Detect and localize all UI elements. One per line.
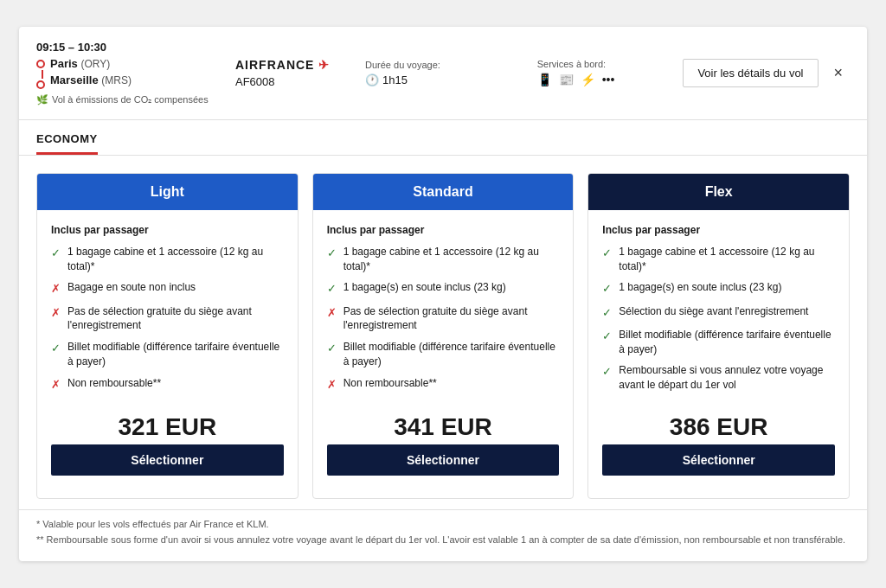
tariff-grid: LightInclus par passager✓1 bagage cabine… <box>36 173 850 499</box>
feature-text-flex-0: 1 bagage cabine et 1 accessoire (12 kg a… <box>619 245 835 274</box>
leaf-icon: 🌿 <box>36 94 48 105</box>
airline-section: AIRFRANCE ✈ AF6008 <box>209 58 348 88</box>
airline-logo: AIRFRANCE ✈ <box>235 58 330 72</box>
destination-route: Marseille (MRS) <box>50 74 132 86</box>
feature-list-flex: ✓1 bagage cabine et 1 accessoire (12 kg … <box>602 245 835 399</box>
meal-icon: 📰 <box>559 73 574 86</box>
select-button-flex[interactable]: Sélectionner <box>602 444 835 476</box>
price-section-standard: 341 EURSélectionner <box>327 399 560 484</box>
flight-number: AF6008 <box>235 75 275 88</box>
feature-text-light-1: Bagage en soute non inclus <box>67 280 196 295</box>
feature-text-flex-4: Remboursable si vous annulez votre voyag… <box>619 363 835 393</box>
feature-item-standard-3: ✓Billet modifiable (différence tarifaire… <box>327 340 560 369</box>
feature-check-icon: ✓ <box>327 281 337 297</box>
feature-check-icon: ✓ <box>602 329 612 344</box>
main-card: 09:15 – 10:30 Paris (ORY) Marseille (MRS… <box>19 27 867 561</box>
footnote-1: * Valable pour les vols effectués par Ai… <box>36 517 850 533</box>
feature-check-icon: ✓ <box>327 341 337 356</box>
destination-code: (MRS) <box>101 74 132 86</box>
feature-item-flex-4: ✓Remboursable si vous annulez votre voya… <box>602 363 835 393</box>
feature-item-light-3: ✓Billet modifiable (différence tarifaire… <box>51 340 284 369</box>
feature-text-light-2: Pas de sélection gratuite du siège avant… <box>67 304 284 334</box>
feature-text-light-4: Non remboursable** <box>67 376 161 391</box>
destination-city: Marseille <box>50 74 99 86</box>
tariff-body-flex: Inclus par passager✓1 bagage cabine et 1… <box>588 210 849 498</box>
feature-cross-icon: ✗ <box>51 281 61 297</box>
origin-code: (ORY) <box>80 58 110 70</box>
price-light: 321 EUR <box>51 413 284 441</box>
price-flex: 386 EUR <box>602 413 835 441</box>
origin-dot <box>36 60 45 68</box>
select-button-standard[interactable]: Sélectionner <box>327 444 560 476</box>
details-button[interactable]: Voir les détails du vol <box>683 59 818 87</box>
header-actions: Voir les détails du vol × <box>683 59 850 87</box>
services-section: Services à bord: 📱 📰 ⚡ ••• <box>511 59 684 86</box>
usb-icon: ⚡ <box>581 73 595 86</box>
airline-symbol: ✈ <box>318 58 330 72</box>
price-standard: 341 EUR <box>327 413 560 441</box>
services-label: Services à bord: <box>537 59 606 69</box>
tariff-card-flex: FlexInclus par passager✓1 bagage cabine … <box>587 173 850 499</box>
feature-cross-icon: ✗ <box>327 305 337 321</box>
feature-cross-icon: ✗ <box>51 377 61 393</box>
feature-list-standard: ✓1 bagage cabine et 1 accessoire (12 kg … <box>327 245 560 399</box>
duration-text: 1h15 <box>382 74 408 86</box>
feature-text-flex-1: 1 bagage(s) en soute inclus (23 kg) <box>619 280 781 295</box>
feature-item-flex-1: ✓1 bagage(s) en soute inclus (23 kg) <box>602 280 835 297</box>
feature-check-icon: ✓ <box>602 281 612 297</box>
feature-item-standard-2: ✗Pas de sélection gratuite du siège avan… <box>327 304 560 334</box>
feature-item-flex-3: ✓Billet modifiable (différence tarifaire… <box>602 328 835 357</box>
feature-text-standard-1: 1 bagage(s) en soute inclus (23 kg) <box>343 280 506 295</box>
tariff-section: LightInclus par passager✓1 bagage cabine… <box>19 156 867 509</box>
feature-item-light-4: ✗Non remboursable** <box>51 376 284 393</box>
tariff-body-standard: Inclus par passager✓1 bagage cabine et 1… <box>313 210 574 498</box>
origin-route: Paris (ORY) <box>50 57 132 70</box>
economy-tab[interactable]: ECONOMY <box>36 132 98 155</box>
feature-list-light: ✓1 bagage cabine et 1 accessoire (12 kg … <box>51 245 284 399</box>
tab-section: ECONOMY <box>19 120 867 156</box>
duration-label: Durée du voyage: <box>365 60 440 70</box>
flight-header: 09:15 – 10:30 Paris (ORY) Marseille (MRS… <box>19 27 867 120</box>
footnote-2: ** Remboursable sous forme d'un avoir si… <box>36 533 850 548</box>
feature-item-flex-2: ✓Sélection du siège avant l'enregistreme… <box>602 304 835 321</box>
feature-check-icon: ✓ <box>51 246 61 261</box>
clock-icon: 🕐 <box>365 74 379 86</box>
feature-text-flex-2: Sélection du siège avant l'enregistremen… <box>619 304 808 319</box>
select-button-light[interactable]: Sélectionner <box>51 444 284 476</box>
origin-city: Paris <box>50 57 78 70</box>
more-icon: ••• <box>602 73 615 86</box>
tariff-body-light: Inclus par passager✓1 bagage cabine et 1… <box>37 210 298 498</box>
feature-text-standard-4: Non remboursable** <box>343 376 437 391</box>
tariff-card-light: LightInclus par passager✓1 bagage cabine… <box>36 173 299 499</box>
feature-cross-icon: ✗ <box>51 305 61 321</box>
co2-text: Vol à émissions de CO₂ compensées <box>52 94 209 105</box>
feature-text-standard-3: Billet modifiable (différence tarifaire … <box>343 340 560 369</box>
feature-item-light-0: ✓1 bagage cabine et 1 accessoire (12 kg … <box>51 245 284 274</box>
included-label-standard: Inclus par passager <box>327 224 560 236</box>
feature-item-standard-0: ✓1 bagage cabine et 1 accessoire (12 kg … <box>327 245 560 274</box>
feature-item-standard-1: ✓1 bagage(s) en soute inclus (23 kg) <box>327 280 560 297</box>
feature-item-light-2: ✗Pas de sélection gratuite du siège avan… <box>51 304 284 334</box>
feature-cross-icon: ✗ <box>327 377 337 393</box>
price-section-light: 321 EURSélectionner <box>51 399 284 484</box>
feature-text-flex-3: Billet modifiable (différence tarifaire … <box>619 328 835 357</box>
feature-check-icon: ✓ <box>51 341 61 356</box>
feature-item-flex-0: ✓1 bagage cabine et 1 accessoire (12 kg … <box>602 245 835 274</box>
tariff-header-standard: Standard <box>313 174 574 210</box>
co2-line: 🌿 Vol à émissions de CO₂ compensées <box>36 94 209 105</box>
flight-time: 09:15 – 10:30 <box>36 41 209 54</box>
flight-info-left: 09:15 – 10:30 Paris (ORY) Marseille (MRS… <box>36 41 209 105</box>
feature-item-light-1: ✗Bagage en soute non inclus <box>51 280 284 297</box>
destination-dot <box>36 80 45 89</box>
tariff-header-flex: Flex <box>588 174 849 210</box>
duration-value: 🕐 1h15 <box>365 74 408 86</box>
footnotes: * Valable pour les vols effectués par Ai… <box>19 509 867 561</box>
route-line <box>42 70 43 79</box>
feature-text-standard-0: 1 bagage cabine et 1 accessoire (12 kg a… <box>343 245 560 274</box>
feature-text-standard-2: Pas de sélection gratuite du siège avant… <box>343 304 560 334</box>
feature-check-icon: ✓ <box>327 246 337 261</box>
tariff-header-light: Light <box>37 174 298 210</box>
close-button[interactable]: × <box>827 61 851 86</box>
feature-check-icon: ✓ <box>602 364 612 380</box>
feature-text-light-0: 1 bagage cabine et 1 accessoire (12 kg a… <box>67 245 284 274</box>
